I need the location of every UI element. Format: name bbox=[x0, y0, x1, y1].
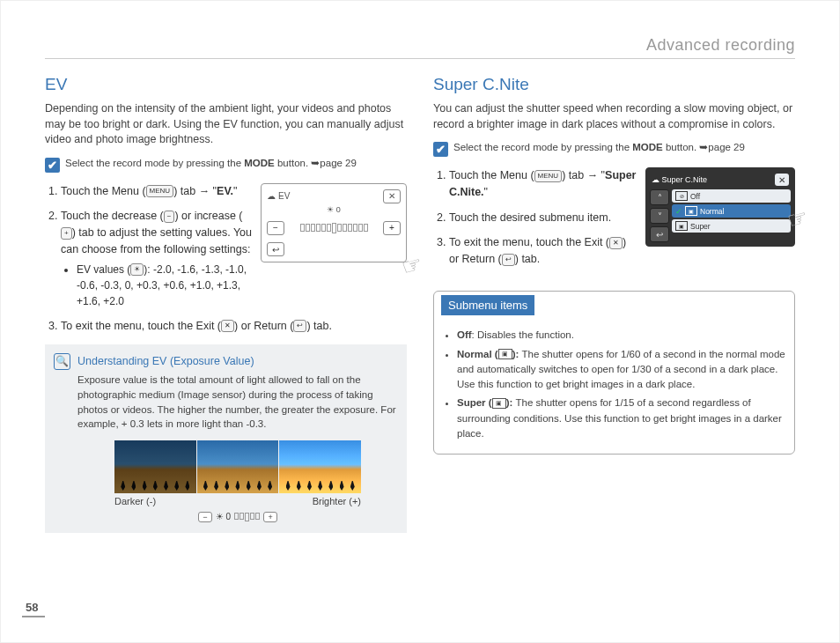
check-icon: ✔ bbox=[45, 158, 60, 173]
ev-steps-with-figure: Touch the Menu (MENU) tab → "EV." Touch … bbox=[45, 183, 407, 318]
scn-lcd-figure: ☁ Super C.Nite ✕ ˄ ˅ ↩ ⊘Off ✓▣Normal ▣Su… bbox=[645, 167, 795, 247]
plus-icon: + bbox=[61, 227, 72, 240]
sample-image-darker bbox=[114, 440, 196, 493]
menu-icon: MENU bbox=[534, 170, 563, 182]
super-icon: ▣ bbox=[675, 221, 688, 231]
return-icon: ↩ bbox=[502, 254, 515, 266]
ev-screen-title: ☁ EV bbox=[267, 191, 290, 201]
scn-heading: Super C.Nite bbox=[433, 75, 795, 94]
scn-step-1: Touch the Menu (MENU) tab → "Super C.Nit… bbox=[449, 167, 637, 201]
exit-icon: ✕ bbox=[221, 320, 234, 332]
ev-check-note: ✔ Select the record mode by pressing the… bbox=[45, 157, 407, 173]
ev-lcd-figure: ☁ EV ✕ ☀ 0 − + ↩ ☞ bbox=[261, 183, 407, 263]
scn-option-normal: ✓▣Normal bbox=[672, 204, 791, 218]
decrease-button: − bbox=[267, 221, 284, 235]
ev-info-box: 🔍 Understanding EV (Exposure Value) Expo… bbox=[45, 344, 407, 532]
ev-triptych: Darker (-) Brighter (+) − ☀ 0 + bbox=[114, 440, 361, 523]
submenu-item-normal: Normal (▣): The shutter opens for 1/60 o… bbox=[457, 347, 785, 393]
manual-page: Advanced recording EV Depending on the i… bbox=[0, 0, 840, 643]
magnifier-icon: 🔍 bbox=[54, 353, 70, 370]
scn-step-2: Touch the desired submenu item. bbox=[449, 210, 637, 226]
close-icon: ✕ bbox=[775, 174, 789, 186]
ev-info-title: Understanding EV (Exposure Value) bbox=[77, 353, 398, 369]
return-icon: ↩ bbox=[650, 226, 669, 242]
submenu-item-super: Super (▣): The shutter opens for 1/15 of… bbox=[457, 395, 785, 441]
page-header: Advanced recording bbox=[45, 36, 795, 59]
ev-steps: Touch the Menu (MENU) tab → "EV." Touch … bbox=[45, 183, 252, 309]
ev-step-2: Touch the decrease (−) or increase (+) t… bbox=[61, 208, 252, 308]
ev-info-body: Exposure value is the total amount of li… bbox=[77, 373, 398, 432]
ev-check-text: Select the record mode by pressing the M… bbox=[65, 157, 357, 169]
submenu-item-off: Off: Disables the function. bbox=[457, 328, 785, 343]
scn-option-super: ▣Super bbox=[672, 219, 791, 233]
two-column-layout: EV Depending on the intensity of the amb… bbox=[45, 75, 795, 533]
submenu-title: Submenu items bbox=[441, 295, 534, 316]
ev-values-bullet: EV values (☀): -2.0, -1.6, -1.3, -1.0, -… bbox=[77, 262, 252, 309]
up-icon: ˄ bbox=[650, 189, 669, 205]
increase-button: + bbox=[383, 221, 401, 235]
minus-icon: − bbox=[198, 512, 212, 522]
plus-icon: + bbox=[263, 512, 277, 522]
minus-icon: − bbox=[164, 211, 175, 223]
ev-step-3: To exit the menu, touch the Exit (✕) or … bbox=[61, 318, 407, 335]
check-icon: ✔ bbox=[433, 142, 448, 157]
sample-image-brighter bbox=[279, 440, 361, 493]
super-cnite-section: Super C.Nite You can adjust the shutter … bbox=[433, 75, 795, 533]
sample-image-normal bbox=[197, 440, 279, 493]
submenu-items-box: Submenu items Off: Disables the function… bbox=[433, 291, 795, 455]
triptych-label-right: Brighter (+) bbox=[313, 495, 361, 509]
ev-section: EV Depending on the intensity of the amb… bbox=[45, 75, 407, 533]
scn-intro: You can adjust the shutter speed when re… bbox=[433, 101, 795, 132]
triptych-scale: − ☀ 0 + bbox=[114, 511, 361, 524]
scn-steps: Touch the Menu (MENU) tab → "Super C.Nit… bbox=[433, 167, 637, 268]
down-icon: ˅ bbox=[650, 208, 669, 224]
scn-step-3: To exit the menu, touch the Exit (✕) or … bbox=[449, 234, 637, 268]
scn-check-note: ✔ Select the record mode by pressing the… bbox=[433, 141, 795, 157]
return-icon: ↩ bbox=[293, 320, 306, 332]
triptych-label-left: Darker (-) bbox=[114, 495, 156, 509]
super-mode-icon: ▣ bbox=[492, 398, 506, 409]
normal-mode-icon: ▣ bbox=[498, 349, 512, 359]
menu-icon: MENU bbox=[146, 185, 174, 197]
ev-screen-value: ☀ 0 bbox=[267, 205, 401, 214]
off-icon: ⊘ bbox=[675, 191, 688, 201]
return-icon: ↩ bbox=[267, 242, 284, 256]
scn-screen-title: ☁ Super C.Nite bbox=[652, 175, 707, 184]
exit-icon: ✕ bbox=[609, 237, 623, 249]
ev-step-3-list: To exit the menu, touch the Exit (✕) or … bbox=[45, 318, 407, 335]
page-number: 58 bbox=[26, 601, 38, 614]
scn-steps-with-figure: Touch the Menu (MENU) tab → "Super C.Nit… bbox=[433, 167, 795, 277]
ev-scale bbox=[288, 224, 379, 233]
ev-step-1: Touch the Menu (MENU) tab → "EV." bbox=[61, 183, 252, 200]
scn-check-text: Select the record mode by pressing the M… bbox=[453, 141, 745, 153]
page-number-rule bbox=[22, 616, 45, 617]
scn-option-off: ⊘Off bbox=[672, 189, 791, 203]
close-icon: ✕ bbox=[383, 189, 401, 203]
hand-pointer-icon: ☞ bbox=[398, 250, 424, 282]
ev-value-icon: ☀ bbox=[130, 263, 144, 276]
ev-heading: EV bbox=[45, 75, 407, 94]
ev-intro: Depending on the intensity of the ambien… bbox=[45, 101, 407, 148]
normal-icon: ▣ bbox=[685, 206, 697, 216]
